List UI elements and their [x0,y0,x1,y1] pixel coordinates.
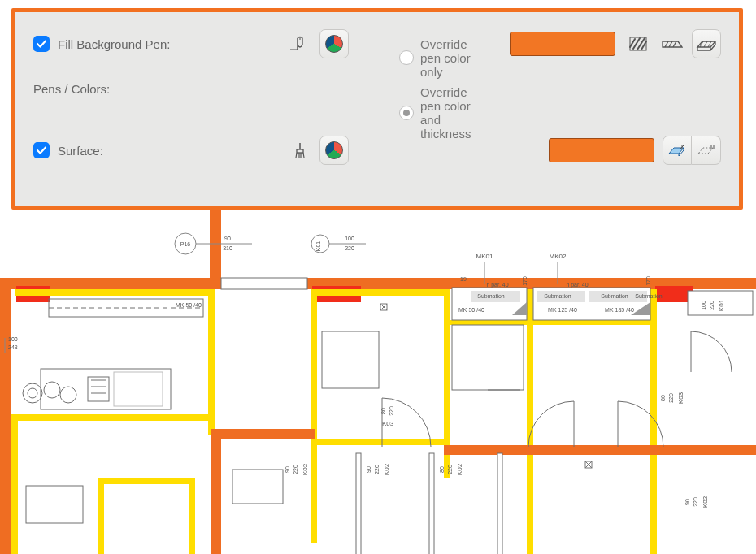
color-wheel-icon [325,35,343,53]
svg-rect-19 [527,289,533,554]
svg-point-36 [28,388,37,398]
hatch-pattern-2-button[interactable] [658,29,687,58]
svg-rect-28 [527,445,657,455]
svg-rect-29 [650,445,756,455]
svg-rect-26 [211,429,315,439]
plan-label-hpar-a: h par. 40 [486,282,508,288]
dim-220d: 220 [709,301,715,310]
svg-rect-50 [497,453,502,554]
fill-background-pen-checkbox[interactable] [33,36,50,52]
dim-220c: 220 [668,393,674,403]
svg-rect-11 [208,289,215,435]
plan-label-mk50a: MK 50 /40 [176,302,202,308]
svg-rect-22 [98,478,104,554]
plan-label-k02d: K02 [702,496,709,508]
dim-220f: 220 [374,465,380,474]
svg-rect-30 [221,278,307,289]
plan-label-mk185: MK 185 /40 [605,307,634,313]
svg-rect-46 [232,470,283,504]
pen-override-radio-group: Override pen color only Override pen col… [399,37,477,141]
override-color-only-label: Override pen color only [420,37,477,79]
dim-80c: 80 [439,466,445,473]
floor-plan-viewport[interactable]: P16 90 310 100 220 K01 MK01 MK02 h par. … [0,210,756,554]
plan-label-submation-d: Submation [635,293,663,299]
svg-rect-14 [311,289,317,543]
plan-label-k02b: K02 [383,463,390,475]
svg-rect-47 [26,486,83,523]
svg-rect-48 [356,453,361,554]
plan-label-19: 19 [460,276,467,282]
svg-rect-49 [429,453,434,554]
fill-background-pen-label: Fill Background Pen: [58,37,170,51]
svg-rect-41 [452,325,524,390]
svg-point-37 [44,382,60,398]
dim-90b: 90 [285,466,290,473]
dim-248: 248 [8,344,18,350]
hatch-pattern-3-button[interactable] [692,29,721,58]
plan-label-hpar-b: h par. 40 [566,282,588,288]
plan-label-mk01: MK01 [476,253,493,260]
dim-310: 310 [223,245,232,251]
pens-colors-row: Pens / Colors: Override pen color only O… [33,63,721,115]
svg-rect-34 [114,372,163,406]
plan-label-p16: P16 [180,241,191,247]
surface-mode-2-button[interactable] [692,136,721,165]
dim-100b: 100 [8,336,18,342]
override-color-only-option[interactable]: Override pen color only [399,37,477,79]
dim-80a: 80 [380,408,386,414]
hatch-pattern-1-button[interactable] [623,29,653,58]
plan-label-mk125: MK 125 /40 [548,307,577,313]
plan-label-k01b: K01 [718,299,725,311]
dim-90: 90 [224,236,231,241]
plan-label-mk02: MK02 [550,253,567,260]
dim-100c: 100 [701,301,706,310]
svg-rect-12 [11,414,215,421]
dim-220h: 220 [693,497,698,507]
svg-rect-20 [533,320,655,325]
plan-label-170b: 170 [645,276,651,286]
svg-rect-10 [15,289,215,296]
radio-icon [399,106,414,120]
dim-100a: 100 [345,236,354,241]
surface-label: Surface: [58,144,103,158]
plan-label-k02a: K02 [302,463,309,475]
svg-rect-1 [297,149,303,153]
plan-label-k02c: K02 [456,463,463,475]
plan-label-submation-b: Submation [544,293,571,299]
surface-checkbox[interactable] [33,142,50,158]
svg-rect-25 [211,429,221,554]
svg-rect-13 [11,419,18,554]
color-wheel-icon [325,141,343,159]
svg-rect-23 [98,478,195,484]
svg-rect-27 [444,445,533,455]
dim-220b: 220 [389,406,394,416]
surface-color-swatch[interactable] [549,138,654,162]
svg-rect-6 [0,414,11,554]
pen-weight-icon[interactable] [285,29,315,58]
svg-rect-15 [311,289,450,296]
svg-point-38 [60,387,76,403]
pens-colors-label: Pens / Colors: [33,82,110,96]
svg-rect-2 [210,210,221,289]
fill-background-color-swatch[interactable] [510,32,615,56]
plan-label-170a: 170 [522,276,528,286]
plan-label-k01a: K01 [315,241,321,252]
dim-80b: 80 [660,395,666,401]
radio-icon [399,50,414,65]
svg-point-35 [23,383,42,403]
override-color-thickness-option[interactable]: Override pen color and thickness [399,85,477,141]
svg-rect-18 [450,320,532,325]
override-color-thickness-label: Override pen color and thickness [420,85,477,141]
surface-color-picker-button[interactable] [319,136,349,165]
dim-90d: 90 [684,499,690,505]
plan-label-submation-c: Submation [601,293,628,299]
plan-label-k03b: K03 [677,392,684,404]
override-settings-panel: Fill Background Pen: [11,8,743,210]
dim-90c: 90 [366,466,371,473]
brush-icon[interactable] [285,136,315,165]
surface-mode-1-button[interactable] [663,136,692,165]
svg-rect-24 [189,478,195,554]
dim-220g: 220 [447,465,453,474]
plan-label-mk50b: MK 50 /40 [458,307,484,313]
pen-color-picker-button[interactable] [319,29,349,58]
